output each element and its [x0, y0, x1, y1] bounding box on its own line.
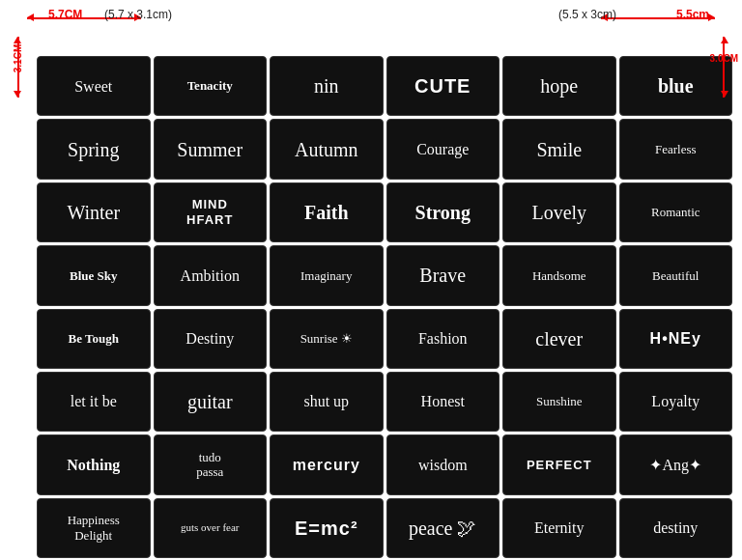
card-grid: SweetTenacityninCUTEhopeblueSpringSummer… — [37, 56, 732, 558]
word-card-12: Winter — [37, 182, 151, 242]
word-card-9: Courage — [386, 119, 500, 179]
word-card-0: Sweet — [37, 56, 151, 116]
card-text-26: Sunrise ☀ — [300, 331, 353, 347]
word-card-6: Spring — [37, 119, 151, 179]
word-card-29: H•NEy — [619, 309, 733, 369]
card-text-14: Faith — [304, 201, 349, 224]
word-card-17: Romantic — [619, 182, 733, 242]
card-text-27: Fashion — [418, 329, 468, 348]
word-card-3: CUTE — [386, 56, 500, 116]
card-text-16: Lovely — [531, 201, 586, 224]
dim-55cm-label: 5.5cm — [676, 8, 709, 21]
card-text-34: Sunshine — [536, 394, 583, 409]
word-card-34: Sunshine — [502, 372, 616, 432]
word-card-15: Strong — [386, 182, 500, 242]
dim-line-57 — [27, 17, 141, 19]
card-text-44: E=mc² — [295, 517, 358, 540]
card-text-1: Tenacity — [187, 78, 233, 94]
card-text-45: peace 🕊 — [409, 517, 477, 540]
word-card-40: PERFECT — [502, 434, 616, 494]
word-card-1: Tenacity — [154, 56, 268, 116]
card-text-33: Honest — [421, 392, 465, 410]
card-text-19: Ambition — [181, 266, 240, 285]
page-container: 5.7CM (5.7 x 3.1cm) 5.5cm (5.5 x 3cm) 3.… — [0, 0, 742, 560]
card-text-40: PERFECT — [527, 458, 592, 473]
word-card-4: hope — [502, 56, 616, 116]
word-card-47: destiny — [619, 498, 733, 558]
card-text-41: ✦Ang✦ — [649, 456, 701, 474]
card-text-37: tudo passa — [196, 450, 223, 480]
card-text-20: Imaginary — [300, 268, 352, 284]
dim-line-55 — [601, 17, 715, 19]
word-card-33: Honest — [386, 372, 500, 432]
dim-57-detail: (5.7 x 3.1cm) — [104, 8, 172, 21]
word-card-28: clever — [502, 309, 616, 369]
word-card-25: Destiny — [154, 309, 268, 369]
card-text-24: Be Tough — [69, 331, 119, 347]
card-text-39: wisdom — [418, 456, 468, 474]
word-card-27: Fashion — [386, 309, 500, 369]
word-card-35: Loyalty — [619, 372, 733, 432]
card-text-6: Spring — [68, 138, 119, 161]
dim-57cm-label: 5.7CM — [48, 8, 82, 21]
card-text-17: Romantic — [651, 205, 700, 220]
card-text-3: CUTE — [414, 74, 471, 98]
grid-wrapper: SweetTenacityninCUTEhopeblueSpringSummer… — [37, 56, 723, 558]
dim-31cm-label: 3.1CM — [13, 44, 23, 72]
word-card-21: Brave — [386, 245, 500, 305]
card-text-35: Loyalty — [651, 392, 699, 410]
word-card-19: Ambition — [154, 245, 268, 305]
card-text-10: Smile — [536, 138, 582, 161]
word-card-5: blue — [619, 56, 733, 116]
word-card-37: tudo passa — [154, 434, 268, 494]
card-text-31: guitar — [187, 390, 233, 413]
word-card-10: Smile — [502, 119, 616, 179]
card-text-8: Autumn — [295, 138, 358, 161]
word-card-41: ✦Ang✦ — [619, 434, 733, 494]
word-card-45: peace 🕊 — [386, 498, 500, 558]
card-text-7: Summer — [177, 138, 243, 161]
word-card-43: guts over fear — [154, 498, 268, 558]
word-card-18: Blue Sky — [37, 245, 151, 305]
card-text-5: blue — [658, 74, 694, 98]
word-card-13: MIND HFART — [154, 182, 268, 242]
card-text-15: Strong — [415, 201, 471, 224]
word-card-2: nin — [270, 56, 384, 116]
card-text-47: destiny — [653, 518, 698, 537]
card-text-46: Eternity — [534, 518, 585, 537]
card-text-11: Fearless — [655, 142, 697, 157]
card-text-21: Brave — [419, 264, 466, 287]
word-card-36: Nothing — [37, 434, 151, 494]
word-card-20: Imaginary — [270, 245, 384, 305]
word-card-22: Handsome — [502, 245, 616, 305]
card-text-12: Winter — [67, 201, 120, 224]
word-card-42: Happiness Delight — [37, 498, 151, 558]
dim-55-detail: (5.5 x 3cm) — [558, 8, 616, 21]
card-text-4: hope — [540, 74, 578, 98]
card-text-2: nin — [314, 74, 339, 98]
card-text-43: guts over fear — [181, 521, 239, 534]
card-text-36: Nothing — [67, 456, 120, 474]
word-card-30: let it be — [37, 372, 151, 432]
word-card-8: Autumn — [270, 119, 384, 179]
dim-vline-31 — [17, 37, 19, 98]
card-text-23: Beautiful — [652, 268, 699, 284]
word-card-14: Faith — [270, 182, 384, 242]
word-card-39: wisdom — [386, 434, 500, 494]
word-card-32: shut up — [270, 372, 384, 432]
word-card-16: Lovely — [502, 182, 616, 242]
card-text-0: Sweet — [74, 77, 112, 96]
card-text-28: clever — [535, 327, 583, 350]
word-card-24: Be Tough — [37, 309, 151, 369]
word-card-7: Summer — [154, 119, 268, 179]
word-card-46: Eternity — [502, 498, 616, 558]
card-text-18: Blue Sky — [70, 268, 118, 284]
card-text-29: H•NEy — [650, 329, 701, 348]
word-card-38: mercury — [270, 434, 384, 494]
card-text-22: Handsome — [532, 268, 586, 284]
word-card-26: Sunrise ☀ — [270, 309, 384, 369]
card-text-38: mercury — [293, 456, 360, 474]
word-card-11: Fearless — [619, 119, 733, 179]
card-text-13: MIND HFART — [186, 197, 233, 227]
word-card-44: E=mc² — [270, 498, 384, 558]
